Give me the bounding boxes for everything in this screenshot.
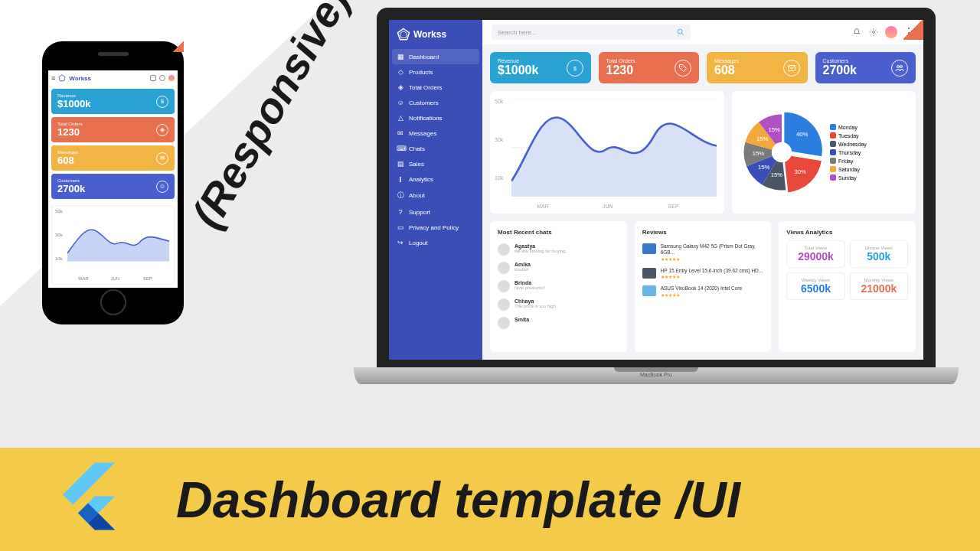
- avatar: [498, 317, 510, 329]
- sidebar-item-privacy-and-policy[interactable]: ▭ Privacy and Policy: [389, 220, 482, 235]
- review-item[interactable]: HP 15 Entry Level 15.6-inch (39.62 cms) …: [642, 265, 764, 282]
- kpi-card-messages[interactable]: Messages608: [707, 52, 808, 83]
- search-input[interactable]: Search here...: [492, 24, 691, 40]
- kpi-row: Revenue$1000k $ Total Orders1230 Message…: [490, 52, 916, 83]
- sidebar-item-customers[interactable]: ☺ Customers: [389, 95, 482, 110]
- chats-icon: ⌨: [397, 145, 404, 152]
- about-icon: ⓘ: [397, 191, 404, 201]
- sidebar-item-logout[interactable]: ↪ Logout: [389, 235, 482, 250]
- views-box: Monthly Views 21000k: [850, 272, 908, 300]
- sales-icon: ▤: [397, 160, 404, 168]
- review-item[interactable]: Samsung Galaxy M42 5G (Prism Dot Gray, 6…: [642, 240, 764, 265]
- legend-item: Monday: [830, 124, 867, 130]
- main-area: Search here... ⋮ Revenue$1000k $ Total O…: [482, 20, 923, 360]
- svg-text:40%: 40%: [796, 131, 808, 138]
- settings-icon[interactable]: [868, 27, 879, 37]
- kpi-card-total-orders[interactable]: Total Orders1230: [599, 52, 700, 83]
- chat-item[interactable]: Amikaboobbt: [498, 259, 619, 277]
- product-thumb: [642, 243, 656, 254]
- sidebar-item-label: Dashboard: [409, 54, 439, 60]
- panel-heading: Views Analytics: [786, 229, 908, 236]
- sidebar-item-dashboard[interactable]: ▦ Dashboard: [392, 49, 479, 64]
- views-panel: Views Analytics Total Views 29000k Uniqu…: [779, 221, 916, 352]
- product-thumb: [642, 285, 656, 296]
- sidebar: Workss ▦ Dashboard ◇ Products ◈ Total Or…: [389, 20, 482, 360]
- sidebar-item-notifications[interactable]: △ Notifications: [389, 110, 482, 126]
- sidebar-item-analytics[interactable]: ⫿ Analytics: [389, 171, 482, 187]
- hamburger-icon[interactable]: ≡: [51, 74, 55, 82]
- bottom-banner: Dashboard template /UI: [0, 448, 980, 551]
- kpi-card-customers[interactable]: Customers2700k: [815, 52, 916, 83]
- sidebar-item-total-orders[interactable]: ◈ Total Orders: [389, 80, 482, 95]
- logo-icon: [397, 28, 410, 41]
- svg-line-4: [681, 33, 684, 35]
- sidebar-item-sales[interactable]: ▤ Sales: [389, 156, 482, 171]
- svg-text:15%: 15%: [771, 171, 783, 178]
- dashboard-icon: ▦: [397, 53, 404, 60]
- svg-text:15%: 15%: [753, 150, 765, 157]
- laptop-base: MacBook Pro: [354, 367, 959, 384]
- pie-chart: 40%30%15%15%15%15%15%: [740, 110, 824, 194]
- bell-icon[interactable]: [150, 75, 156, 81]
- sidebar-item-label: About: [409, 192, 425, 199]
- sidebar-item-chats[interactable]: ⌨ Chats: [389, 141, 482, 156]
- kpi-card[interactable]: Total Orders1230 ◈: [51, 117, 175, 142]
- avatar[interactable]: [885, 26, 897, 38]
- legend-item: Thursday: [830, 149, 867, 155]
- svg-text:30%: 30%: [794, 168, 806, 175]
- chat-item[interactable]: Smita: [498, 314, 619, 332]
- views-box: Total Views 29000k: [786, 240, 844, 268]
- review-item[interactable]: ASUS VivoBook 14 (2020) Intel Core★★★★★: [642, 282, 764, 300]
- notifications-icon: △: [397, 114, 404, 122]
- sidebar-item-label: Privacy and Policy: [409, 224, 459, 231]
- sidebar-item-label: Chats: [409, 145, 425, 152]
- phone-mockup: ≡ Workss Revenue$1000k $ Total Orders123…: [42, 41, 184, 324]
- flutter-logo-icon: [46, 458, 130, 542]
- svg-marker-2: [400, 31, 407, 38]
- chat-item[interactable]: ChhayaThe price is too high: [498, 295, 619, 314]
- svg-text:$: $: [573, 65, 577, 70]
- sidebar-item-products[interactable]: ◇ Products: [389, 64, 482, 80]
- phone-screen: ≡ Workss Revenue$1000k $ Total Orders123…: [48, 70, 178, 288]
- settings-icon[interactable]: [159, 75, 165, 81]
- sidebar-item-label: Customers: [409, 99, 439, 106]
- legend-item: Tuesday: [830, 132, 867, 139]
- sidebar-brand[interactable]: Workss: [389, 28, 482, 49]
- chat-item[interactable]: Agastyawe are looking for buying...: [498, 240, 619, 259]
- sidebar-item-messages[interactable]: ✉ Messages: [389, 126, 482, 141]
- avatar[interactable]: [168, 75, 175, 81]
- svg-text:15%: 15%: [756, 135, 769, 142]
- pie-chart-panel: 40%30%15%15%15%15%15% MondayTuesdayWedne…: [732, 91, 916, 214]
- bell-icon[interactable]: [851, 27, 862, 37]
- avatar: [498, 280, 510, 292]
- avatar: [498, 262, 510, 274]
- kpi-card[interactable]: Customers2700k ☺: [51, 174, 175, 199]
- area-chart-panel: 50k 30k 10k MAR JUN: [490, 91, 724, 214]
- sidebar-item-about[interactable]: ⓘ About: [389, 187, 482, 204]
- panel-heading: Reviews: [642, 229, 764, 236]
- topbar: Search here... ⋮: [482, 20, 923, 44]
- svg-point-9: [897, 65, 900, 67]
- views-box: Weekly Views 6500k: [786, 272, 844, 300]
- kpi-card-revenue[interactable]: Revenue$1000k $: [490, 52, 591, 83]
- sidebar-item-label: Notifications: [409, 115, 443, 122]
- messages-icon: ✉: [397, 129, 404, 137]
- privacy and policy-icon: ▭: [397, 223, 404, 231]
- sidebar-item-support[interactable]: ? Support: [389, 204, 482, 220]
- product-thumb: [642, 268, 656, 279]
- kpi-card[interactable]: Revenue$1000k $: [51, 89, 175, 114]
- products-icon: ◇: [397, 68, 404, 76]
- avatar: [498, 298, 510, 311]
- brand-name: Workss: [69, 75, 147, 82]
- phone-area-chart: 50k 30k 10k MAR JUN SEP: [51, 205, 175, 285]
- svg-point-3: [678, 29, 682, 34]
- sidebar-item-label: Support: [409, 209, 430, 216]
- svg-text:15%: 15%: [758, 164, 770, 171]
- support-icon: ?: [397, 208, 404, 216]
- chat-item[interactable]: BrindaNice products!!: [498, 277, 619, 295]
- pie-legend: MondayTuesdayWednesdayThursdayFridaySatu…: [830, 124, 867, 181]
- kpi-card[interactable]: Messages608 ✉: [51, 145, 175, 171]
- legend-item: Friday: [830, 158, 867, 164]
- recent-chats-panel: Most Recent chats Agastyawe are looking …: [490, 221, 627, 352]
- logout-icon: ↪: [397, 239, 404, 246]
